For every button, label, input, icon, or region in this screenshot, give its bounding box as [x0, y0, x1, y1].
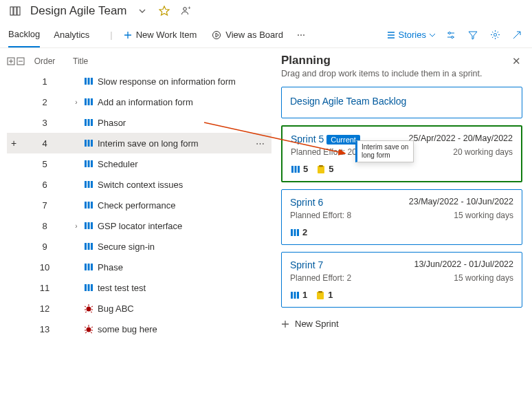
svg-rect-28 [91, 160, 93, 167]
row-title: GSP locator interface [98, 221, 182, 231]
backlog-row[interactable]: 3Phasor [7, 112, 271, 133]
backlog-card-title: Design Agile Team Backlog [290, 96, 406, 107]
svg-rect-57 [291, 292, 293, 299]
backlog-row[interactable]: 6Switch context issues [7, 174, 271, 195]
view-as-board-label: View as Board [225, 30, 283, 40]
svg-rect-56 [297, 229, 299, 236]
svg-rect-41 [85, 264, 87, 270]
story-icon [84, 159, 93, 169]
backlog-row[interactable]: 1Slow response on information form [7, 71, 271, 92]
drag-ghost: Interim save on long form [355, 140, 414, 162]
column-order[interactable]: Order [27, 56, 62, 66]
backlog-row[interactable]: 10Phase [7, 257, 271, 277]
backlog-row[interactable]: 5Scheduler [7, 153, 271, 174]
sprint-name: Sprint 6 [290, 197, 323, 208]
backlog-row[interactable]: 9Secure sign-in [7, 236, 271, 257]
backlog-row[interactable]: 7Check performance [7, 195, 271, 215]
svg-rect-26 [85, 160, 87, 167]
row-order: 11 [27, 283, 62, 293]
svg-rect-53 [319, 165, 323, 167]
task-count: 5 [329, 164, 333, 174]
svg-point-5 [213, 31, 221, 39]
row-order: 8 [27, 221, 62, 231]
svg-rect-38 [85, 243, 87, 250]
row-order: 10 [27, 262, 62, 272]
svg-rect-58 [294, 292, 296, 299]
svg-rect-34 [91, 202, 93, 208]
bug-icon [84, 303, 93, 313]
expand-all-icon[interactable] [7, 57, 15, 65]
chevron-right-icon[interactable]: › [73, 222, 80, 230]
svg-rect-44 [85, 284, 87, 291]
svg-rect-16 [91, 78, 93, 85]
sprint-working-days: 20 working days [453, 147, 513, 157]
sprint-dates: 25/Apr/2022 - 20/May/2022 [409, 133, 513, 143]
star-icon[interactable] [157, 4, 171, 18]
svg-rect-17 [85, 98, 87, 105]
story-icon [291, 164, 300, 174]
story-count: 1 [302, 290, 307, 300]
planning-desc: Drag and drop work items to include them… [281, 69, 522, 78]
expand-icon[interactable] [510, 28, 524, 42]
filter-icon[interactable] [466, 28, 480, 42]
row-title: Phase [98, 262, 123, 272]
stories-selector[interactable]: Stories [386, 30, 436, 40]
backlog-row[interactable]: 11test test test [7, 277, 271, 298]
sprint-card[interactable]: Sprint 713/Jun/2022 - 01/Jul/2022Planned… [281, 252, 522, 308]
task-icon [315, 290, 325, 300]
collapse-all-icon[interactable] [16, 57, 25, 65]
backlog-row[interactable]: 2›Add an information form [7, 92, 271, 112]
sprint-working-days: 15 working days [454, 211, 513, 220]
tab-analytics[interactable]: Analytics [54, 23, 89, 47]
svg-rect-54 [291, 229, 293, 236]
svg-rect-2 [17, 7, 20, 15]
sprint-card[interactable]: Sprint 5Current25/Apr/2022 - 20/May/2022… [281, 125, 522, 182]
task-icon [316, 164, 326, 174]
story-icon [84, 262, 93, 272]
row-order: 6 [27, 180, 62, 190]
row-title: Check performance [98, 200, 175, 211]
more-icon[interactable]: ⋯ [256, 138, 265, 149]
backlog-row[interactable]: 12Bug ABC [7, 298, 271, 319]
board-icon [8, 4, 22, 18]
svg-rect-60 [317, 292, 324, 299]
bug-icon [84, 324, 93, 334]
add-row-icon[interactable]: + [11, 138, 16, 149]
sliders-icon[interactable] [444, 28, 458, 42]
row-order: 3 [27, 118, 62, 128]
sprint-card[interactable]: Sprint 623/May/2022 - 10/Jun/2022Planned… [281, 189, 522, 245]
row-title: some bug here [98, 324, 157, 334]
svg-rect-21 [88, 119, 90, 126]
sprint-name: Sprint 5 [291, 133, 324, 145]
chevron-down-icon[interactable] [135, 4, 149, 18]
team-icon[interactable]: + [179, 4, 193, 18]
row-title: Phasor [98, 118, 126, 128]
svg-rect-25 [91, 140, 93, 147]
gear-icon[interactable] [488, 28, 502, 42]
sprint-dates: 23/May/2022 - 10/Jun/2022 [409, 197, 513, 206]
row-order: 7 [27, 200, 62, 211]
close-icon[interactable]: ✕ [512, 55, 521, 67]
story-count: 2 [302, 227, 307, 237]
row-title: test test test [98, 283, 146, 293]
svg-rect-15 [88, 78, 90, 85]
more-icon[interactable] [294, 28, 308, 42]
row-title: Add an information form [98, 97, 193, 107]
row-order: 12 [27, 303, 62, 314]
column-title[interactable]: Title [62, 56, 271, 66]
new-work-item-button[interactable]: New Work Item [120, 27, 201, 43]
row-order: 9 [27, 242, 62, 252]
backlog-card[interactable]: Design Agile Team Backlog [281, 87, 522, 118]
backlog-grid: Order Title 1Slow response on informatio… [0, 48, 271, 407]
story-icon [84, 221, 93, 231]
svg-point-7 [300, 34, 302, 36]
tab-backlog[interactable]: Backlog [8, 22, 40, 47]
backlog-row[interactable]: +4Interim save on long form⋯ [7, 133, 271, 153]
svg-rect-30 [88, 181, 90, 188]
story-icon [84, 242, 93, 251]
view-as-board-button[interactable]: View as Board [208, 27, 287, 43]
chevron-right-icon[interactable]: › [73, 98, 80, 106]
backlog-row[interactable]: 13some bug here [7, 319, 271, 339]
backlog-row[interactable]: 8›GSP locator interface [7, 215, 271, 236]
new-sprint-button[interactable]: New Sprint [281, 319, 522, 329]
